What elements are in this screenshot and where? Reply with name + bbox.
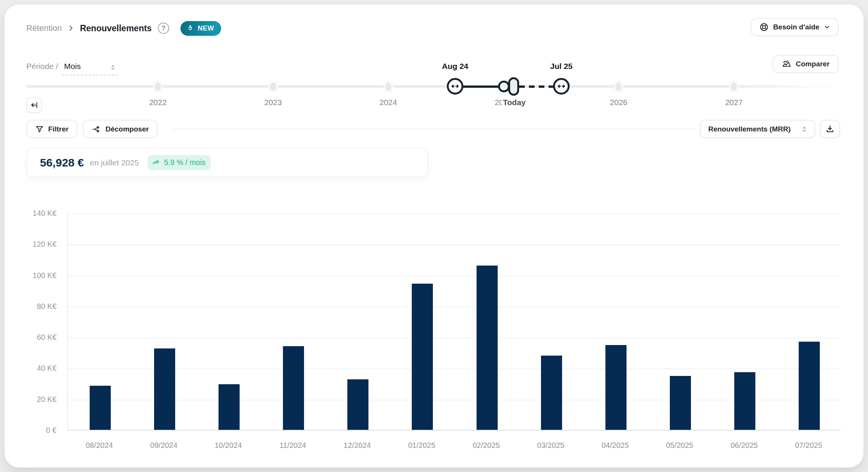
kpi-card: 56,928 € en juillet 2025 5.9 % / mois bbox=[26, 148, 428, 177]
funnel-icon bbox=[35, 125, 44, 134]
x-axis-tick-label: 02/2025 bbox=[460, 441, 513, 450]
x-axis-tick-label: 06/2025 bbox=[718, 441, 770, 450]
filter-button[interactable]: Filtrer bbox=[26, 120, 77, 138]
help-button[interactable]: Besoin d'aide bbox=[751, 18, 839, 36]
y-axis-tick-label: 0 € bbox=[5, 426, 57, 435]
filter-button-label: Filtrer bbox=[48, 125, 69, 133]
select-updown-icon bbox=[800, 125, 808, 134]
kpi-trend-badge: 5.9 % / mois bbox=[148, 155, 211, 170]
y-axis-tick-label: 120 K€ bbox=[5, 240, 57, 249]
select-updown-icon bbox=[109, 63, 117, 72]
bar-chart-plot-area bbox=[67, 214, 841, 431]
year-tick[interactable] bbox=[153, 81, 162, 92]
bar[interactable] bbox=[347, 379, 368, 430]
bar[interactable] bbox=[219, 384, 240, 430]
x-axis-tick-label: 04/2025 bbox=[589, 441, 642, 450]
y-axis-tick-label: 60 K€ bbox=[5, 333, 57, 342]
compare-button-label: Comparer bbox=[796, 60, 830, 68]
range-end-handle[interactable] bbox=[553, 78, 570, 95]
year-tick[interactable] bbox=[384, 81, 393, 92]
bar[interactable] bbox=[734, 372, 755, 430]
timeline-today-marker[interactable] bbox=[508, 77, 519, 96]
year-label: 2022 bbox=[135, 98, 180, 107]
bar[interactable] bbox=[90, 386, 111, 430]
kpi-trend-label: 5.9 % / mois bbox=[164, 158, 205, 167]
kpi-value: 56,928 € bbox=[40, 156, 84, 169]
gridline bbox=[68, 338, 841, 338]
bar[interactable] bbox=[799, 342, 820, 430]
period-select-value: Mois bbox=[64, 62, 81, 70]
gridline bbox=[68, 244, 841, 245]
new-badge: NEW bbox=[180, 21, 222, 36]
download-button[interactable] bbox=[820, 120, 840, 138]
main-panel: Rétention Renouvellements ? NEW Besoin d… bbox=[5, 5, 863, 467]
bar[interactable] bbox=[605, 345, 627, 430]
download-icon bbox=[825, 124, 835, 134]
y-axis-tick-label: 20 K€ bbox=[5, 395, 57, 404]
compare-button[interactable]: Comparer bbox=[773, 55, 839, 73]
new-badge-label: NEW bbox=[198, 24, 214, 32]
page-title: Renouvellements bbox=[80, 23, 151, 34]
year-tick[interactable] bbox=[614, 81, 623, 92]
x-axis-tick-label: 03/2025 bbox=[524, 441, 577, 450]
today-label: Today bbox=[502, 98, 527, 107]
chevron-down-icon bbox=[824, 24, 830, 31]
lifebuoy-icon bbox=[759, 22, 769, 32]
breadcrumb-parent-link[interactable]: Rétention bbox=[26, 23, 62, 33]
trend-up-icon bbox=[152, 158, 161, 167]
x-axis-tick-label: 11/2024 bbox=[266, 441, 319, 450]
gridline bbox=[68, 214, 841, 214]
y-axis-tick-label: 40 K€ bbox=[5, 364, 57, 373]
range-end-label: Jul 25 bbox=[531, 62, 591, 71]
year-label: 2024 bbox=[366, 98, 411, 107]
year-label: 2027 bbox=[711, 98, 756, 107]
metric-select-value: Renouvellements (MRR) bbox=[708, 125, 791, 133]
chevron-right-icon bbox=[67, 24, 75, 32]
decompose-button-label: Décomposer bbox=[105, 125, 149, 133]
y-axis-tick-label: 80 K€ bbox=[5, 302, 57, 311]
bar[interactable] bbox=[154, 348, 175, 430]
range-start-handle[interactable] bbox=[447, 78, 463, 95]
compare-mountains-icon bbox=[782, 59, 792, 69]
y-axis-tick-label: 100 K€ bbox=[5, 271, 57, 280]
x-axis-tick-label: 08/2024 bbox=[73, 441, 126, 450]
period-label: Période / bbox=[26, 60, 58, 71]
breadcrumb: Rétention Renouvellements ? NEW bbox=[26, 20, 221, 37]
x-axis-tick-label: 10/2024 bbox=[202, 441, 255, 450]
bar[interactable] bbox=[670, 376, 691, 430]
metric-select[interactable]: Renouvellements (MRR) bbox=[700, 120, 815, 138]
decompose-button[interactable]: Décomposer bbox=[83, 120, 157, 138]
bar[interactable] bbox=[477, 266, 498, 430]
year-tick[interactable] bbox=[729, 81, 738, 92]
x-axis-tick-label: 07/2025 bbox=[782, 441, 835, 450]
help-button-label: Besoin d'aide bbox=[773, 23, 819, 31]
bar[interactable] bbox=[283, 346, 304, 430]
y-axis-tick-label: 140 K€ bbox=[5, 209, 57, 218]
kpi-period: en juillet 2025 bbox=[90, 158, 139, 167]
bar[interactable] bbox=[541, 356, 562, 430]
year-label: 2023 bbox=[251, 98, 296, 107]
split-branch-icon bbox=[92, 124, 101, 134]
toolbar-divider bbox=[173, 129, 696, 130]
bar[interactable] bbox=[412, 284, 433, 430]
x-axis-tick-label: 01/2025 bbox=[395, 441, 448, 450]
gridline bbox=[68, 276, 841, 276]
x-axis-tick-label: 09/2024 bbox=[138, 441, 190, 450]
flame-icon bbox=[186, 24, 194, 32]
help-question-icon[interactable]: ? bbox=[158, 23, 169, 34]
gridline bbox=[68, 307, 841, 307]
x-axis-tick-label: 12/2024 bbox=[331, 441, 384, 450]
gridline bbox=[68, 400, 841, 400]
range-start-label: Aug 24 bbox=[425, 62, 485, 71]
arrow-left-to-bar-icon bbox=[30, 101, 39, 110]
year-label: 2026 bbox=[596, 98, 641, 107]
x-axis-tick-label: 05/2025 bbox=[653, 441, 706, 450]
jump-to-start-button[interactable] bbox=[26, 97, 42, 113]
period-selector-row: Période / Mois bbox=[26, 60, 118, 75]
period-granularity-select[interactable]: Mois bbox=[62, 60, 118, 75]
year-tick[interactable] bbox=[269, 81, 278, 92]
timeline-track[interactable] bbox=[26, 85, 845, 88]
gridline bbox=[68, 368, 841, 369]
